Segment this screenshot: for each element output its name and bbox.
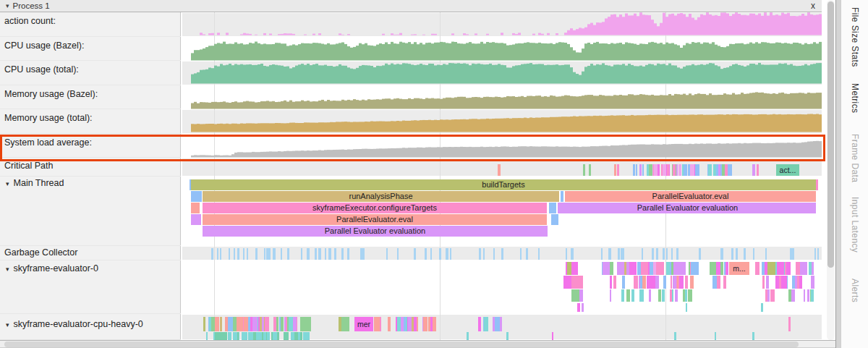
track-label-row[interactable]: System load average: — [0, 134, 181, 158]
track-label-row[interactable]: Garbage Collector — [0, 246, 181, 260]
track-label-row[interactable]: ▾skyframe-evaluator-cpu-heavy-0 — [0, 314, 181, 340]
trace-event-tick — [686, 303, 687, 312]
trace-event-tick — [710, 262, 716, 275]
trace-event-tick — [220, 248, 221, 260]
sidebar-tab-frame-data[interactable]: Frame Data — [850, 134, 860, 182]
trace-event-tick — [408, 317, 412, 331]
trace-event-tick — [647, 276, 652, 289]
flame-row: ParallelEvaluator.eval — [182, 214, 822, 225]
labeled-event-bar[interactable]: m... — [729, 262, 749, 275]
track-label-row[interactable]: CPU usage (total): — [0, 61, 181, 85]
track-label-row[interactable]: ▾Main Thread — [0, 177, 181, 246]
trace-event-tick — [237, 317, 241, 331]
trace-event-tick — [334, 248, 336, 260]
track-label: System load average: — [4, 137, 92, 148]
track-label-row[interactable]: action count: — [0, 12, 181, 37]
trace-event-tick — [691, 262, 699, 275]
flame-bar-sliver[interactable] — [549, 203, 556, 213]
trace-event-tick — [671, 248, 673, 260]
trace-event-tick — [647, 164, 650, 176]
flame-bar[interactable]: skyframeExecutor.configureTargets — [203, 203, 547, 213]
trace-event-tick — [667, 164, 670, 176]
trace-event-tick — [685, 276, 688, 289]
flame-bar[interactable]: runAnalysisPhase — [203, 191, 559, 202]
flame-bar[interactable]: Parallel Evaluator evaluation — [203, 226, 548, 237]
trace-event-tick — [215, 317, 218, 331]
flame-bar-sliver[interactable] — [561, 191, 563, 202]
trace-event-tick — [273, 332, 276, 340]
vertical-scrollbar-thumb[interactable] — [827, 1, 834, 268]
track-band-skyframe-evaluator-cpu-heavy-0: mer — [182, 314, 822, 340]
trace-event-tick — [666, 248, 668, 260]
trace-event-tick — [414, 248, 416, 260]
trace-event-tick — [572, 248, 574, 260]
flame-bar[interactable]: ParallelEvaluator.eval — [203, 214, 547, 225]
trace-event-tick — [252, 317, 258, 331]
track-label-row[interactable]: Memory usage (Bazel): — [0, 85, 181, 110]
flame-bar-sliver[interactable] — [191, 191, 202, 202]
trace-event-tick — [229, 248, 230, 260]
labeled-event-bar[interactable]: act... — [776, 164, 799, 176]
process-expander-icon[interactable]: ▾ — [6, 2, 9, 9]
flame-bar-sliver[interactable] — [191, 214, 201, 225]
track-label-row[interactable]: Critical Path — [0, 158, 181, 177]
track-band-critical-path: act... — [182, 158, 822, 177]
trace-event-tick — [652, 248, 654, 260]
trace-event-tick — [767, 262, 775, 275]
trace-event-tick — [263, 332, 265, 340]
horizontal-scrollbar-thumb[interactable] — [4, 341, 799, 347]
counter-chart-cpu-total — [182, 60, 822, 85]
trace-event-tick — [243, 248, 244, 260]
trace-event-tick — [269, 248, 271, 260]
labeled-event-bar[interactable]: mer — [354, 317, 373, 331]
trace-event-tick — [255, 248, 258, 260]
trace-event-tick — [670, 289, 671, 302]
trace-event-tick — [626, 262, 629, 275]
track-expander-icon[interactable]: ▾ — [6, 180, 9, 187]
process-header: ▾ Process 1 x — [0, 0, 822, 12]
trace-event-tick — [726, 262, 728, 275]
track-label: skyframe-evaluator-cpu-heavy-0 — [14, 319, 143, 329]
track-label-row[interactable]: Memory usage (total): — [0, 109, 181, 134]
trace-event-tick — [218, 332, 221, 340]
track-band-counter-cpu-bazel — [182, 37, 822, 61]
trace-event-tick — [284, 332, 285, 340]
trace-event-tick — [610, 289, 611, 302]
trace-event-tick — [222, 332, 224, 340]
trace-event-tick — [341, 317, 348, 331]
sidebar-tab-file-size-stats[interactable]: File Size Stats — [850, 7, 860, 67]
trace-event-tick — [621, 289, 624, 302]
trace-event-tick — [224, 332, 227, 340]
track-label-row[interactable]: CPU usage (Bazel): — [0, 37, 181, 61]
close-button[interactable]: x — [809, 1, 817, 11]
sidebar-tab-input-latency[interactable]: Input Latency — [850, 197, 860, 252]
trace-event-tick — [642, 276, 646, 289]
trace-event-tick — [777, 262, 785, 275]
flame-bar[interactable]: buildTargets — [191, 179, 816, 190]
trace-event-tick — [809, 262, 812, 275]
trace-event-tick — [663, 164, 666, 176]
trace-event-tick — [613, 276, 616, 289]
trace-event-tick — [679, 276, 681, 289]
trace-event-tick — [288, 248, 289, 260]
trace-event-tick — [300, 317, 311, 331]
track-expander-icon[interactable]: ▾ — [6, 266, 9, 273]
flame-bar-sliver[interactable] — [816, 179, 818, 190]
vertical-scrollbar[interactable] — [827, 0, 835, 340]
flame-bar-sliver[interactable] — [191, 203, 200, 213]
trace-event-tick — [642, 248, 644, 260]
track-label: CPU usage (Bazel): — [4, 41, 84, 51]
flame-bar[interactable]: ParallelEvaluator.eval — [565, 191, 816, 202]
horizontal-scrollbar[interactable] — [0, 340, 836, 348]
trace-event-tick — [520, 248, 522, 260]
counter-chart-action-count — [182, 12, 822, 36]
sidebar-tab-metrics[interactable]: Metrics — [850, 83, 860, 113]
trace-canvas[interactable]: act...buildTargetsrunAnalysisPhaseParall… — [182, 12, 822, 340]
sidebar-tab-alerts[interactable]: Alerts — [850, 279, 860, 302]
flame-bar[interactable]: Parallel Evaluator evaluation — [559, 203, 816, 213]
track-expander-icon[interactable]: ▾ — [6, 321, 9, 328]
flame-bar-sliver[interactable] — [551, 214, 558, 225]
trace-event-tick — [792, 276, 796, 289]
track-label-row[interactable]: ▾skyframe-evaluator-0 — [0, 260, 181, 314]
trace-event-tick — [262, 317, 264, 331]
